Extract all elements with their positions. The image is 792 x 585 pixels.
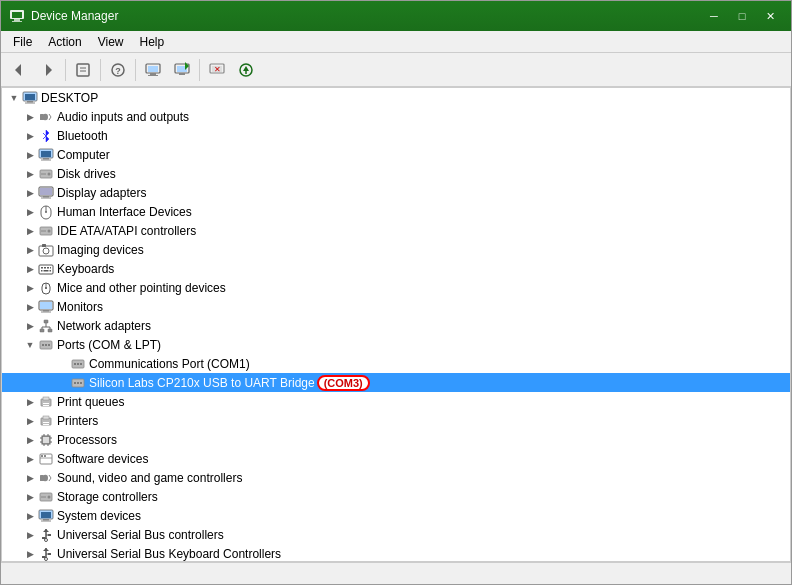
- expand-ports[interactable]: ▼: [22, 337, 38, 353]
- tree-monitors[interactable]: ▶ Monitors: [2, 297, 790, 316]
- expand-usbkb[interactable]: ▶: [22, 546, 38, 562]
- expand-storage[interactable]: ▶: [22, 489, 38, 505]
- close-button[interactable]: ✕: [757, 6, 783, 26]
- tree-system[interactable]: ▶ System devices: [2, 506, 790, 525]
- usbkb-icon: [38, 546, 54, 562]
- svg-point-61: [45, 287, 47, 289]
- svg-point-79: [77, 363, 79, 365]
- svg-rect-67: [40, 329, 44, 332]
- tree-keyboard[interactable]: ▶ Keyboards: [2, 259, 790, 278]
- expand-disk[interactable]: ▶: [22, 166, 38, 182]
- svg-marker-118: [43, 529, 49, 532]
- expand-ide[interactable]: ▶: [22, 223, 38, 239]
- expand-proc[interactable]: ▶: [22, 432, 38, 448]
- toolbar-download[interactable]: [232, 56, 260, 84]
- tree-mice[interactable]: ▶ Mice and other pointing devices: [2, 278, 790, 297]
- svg-rect-2: [14, 19, 20, 21]
- expand-computer[interactable]: ▶: [22, 147, 38, 163]
- tree-computer[interactable]: ▶ Computer: [2, 145, 790, 164]
- svg-line-108: [49, 475, 51, 478]
- maximize-button[interactable]: □: [729, 6, 755, 26]
- toolbar-disable[interactable]: ✕: [203, 56, 231, 84]
- svg-point-46: [48, 229, 51, 232]
- tree-imaging[interactable]: ▶ Imaging devices: [2, 240, 790, 259]
- system-label: System devices: [57, 509, 141, 523]
- svg-rect-106: [44, 455, 46, 457]
- printers-icon: [38, 413, 54, 429]
- printq-label: Print queues: [57, 395, 124, 409]
- toolbar-separator-1: [65, 59, 66, 81]
- tree-hid[interactable]: ▶ Human Interface Devices: [2, 202, 790, 221]
- tree-usb[interactable]: ▶ Universal Serial Bus controllers: [2, 525, 790, 544]
- mice-icon: [38, 280, 54, 296]
- svg-rect-54: [47, 267, 49, 269]
- tree-com1[interactable]: ▶ Communications Port (COM1): [2, 354, 790, 373]
- toolbar-back[interactable]: [5, 56, 33, 84]
- tree-bluetooth[interactable]: ▶ Bluetooth: [2, 126, 790, 145]
- tree-audio[interactable]: ▶ Audio inputs and outputs: [2, 107, 790, 126]
- svg-marker-4: [15, 64, 21, 76]
- expand-display[interactable]: ▶: [22, 185, 38, 201]
- expand-bluetooth[interactable]: ▶: [22, 128, 38, 144]
- menu-help[interactable]: Help: [132, 31, 173, 52]
- svg-rect-39: [40, 188, 52, 195]
- svg-rect-63: [40, 302, 52, 309]
- tree-software[interactable]: ▶ Software devices: [2, 449, 790, 468]
- expand-mice[interactable]: ▶: [22, 280, 38, 296]
- hid-icon: [38, 204, 54, 220]
- toolbar-update-driver[interactable]: [139, 56, 167, 84]
- expand-audio[interactable]: ▶: [22, 109, 38, 125]
- svg-rect-13: [150, 73, 156, 75]
- tree-storage[interactable]: ▶ Storage controllers: [2, 487, 790, 506]
- svg-rect-34: [41, 159, 51, 160]
- svg-text:✕: ✕: [214, 65, 221, 74]
- svg-rect-56: [41, 270, 43, 272]
- device-manager-window: Device Manager ─ □ ✕ File Action View He…: [0, 0, 792, 585]
- toolbar-properties[interactable]: [69, 56, 97, 84]
- expand-imaging[interactable]: ▶: [22, 242, 38, 258]
- tree-ide[interactable]: ▶ IDE ATA/ATAPI controllers: [2, 221, 790, 240]
- tree-root-desktop[interactable]: ▼ DESKTOP: [2, 88, 790, 107]
- toolbar-help[interactable]: ?: [104, 56, 132, 84]
- tree-network[interactable]: ▶ Network adapters: [2, 316, 790, 335]
- device-tree[interactable]: ▼ DESKTOP ▶ Au: [1, 87, 791, 562]
- expand-software[interactable]: ▶: [22, 451, 38, 467]
- tree-display[interactable]: ▶ Display adapters: [2, 183, 790, 202]
- toolbar-scan-hardware[interactable]: [168, 56, 196, 84]
- expand-usb[interactable]: ▶: [22, 527, 38, 543]
- expand-hid[interactable]: ▶: [22, 204, 38, 220]
- minimize-button[interactable]: ─: [701, 6, 727, 26]
- svg-line-109: [49, 478, 51, 481]
- expand-sound[interactable]: ▶: [22, 470, 38, 486]
- title-bar: Device Manager ─ □ ✕: [1, 1, 791, 31]
- expand-network[interactable]: ▶: [22, 318, 38, 334]
- tree-ports[interactable]: ▼ Ports (COM & LPT): [2, 335, 790, 354]
- tree-usbkb[interactable]: ▶ Universal Serial Bus Keyboard Controll…: [2, 544, 790, 562]
- network-icon: [38, 318, 54, 334]
- expand-desktop[interactable]: ▼: [6, 90, 22, 106]
- expand-printq[interactable]: ▶: [22, 394, 38, 410]
- svg-rect-64: [43, 310, 49, 312]
- tree-silabs[interactable]: ▶ Silicon Labs CP210x USB to UART Bridge…: [2, 373, 790, 392]
- svg-point-111: [48, 495, 51, 498]
- tree-proc[interactable]: ▶ Processors: [2, 430, 790, 449]
- expand-monitors[interactable]: ▶: [22, 299, 38, 315]
- tree-printers[interactable]: ▶ Printers: [2, 411, 790, 430]
- expand-printers[interactable]: ▶: [22, 413, 38, 429]
- usb-label: Universal Serial Bus controllers: [57, 528, 224, 542]
- proc-label: Processors: [57, 433, 117, 447]
- expand-system[interactable]: ▶: [22, 508, 38, 524]
- tree-printq[interactable]: ▶ Print queues: [2, 392, 790, 411]
- menu-file[interactable]: File: [5, 31, 40, 52]
- window-icon: [9, 8, 25, 24]
- toolbar-forward[interactable]: [34, 56, 62, 84]
- bluetooth-label: Bluetooth: [57, 129, 108, 143]
- tree-sound[interactable]: ▶ Sound, video and game controllers: [2, 468, 790, 487]
- menu-view[interactable]: View: [90, 31, 132, 52]
- title-bar-controls: ─ □ ✕: [701, 6, 783, 26]
- expand-keyboard[interactable]: ▶: [22, 261, 38, 277]
- printq-icon: [38, 394, 54, 410]
- menu-action[interactable]: Action: [40, 31, 89, 52]
- svg-point-82: [74, 382, 76, 384]
- tree-disk[interactable]: ▶ Disk drives: [2, 164, 790, 183]
